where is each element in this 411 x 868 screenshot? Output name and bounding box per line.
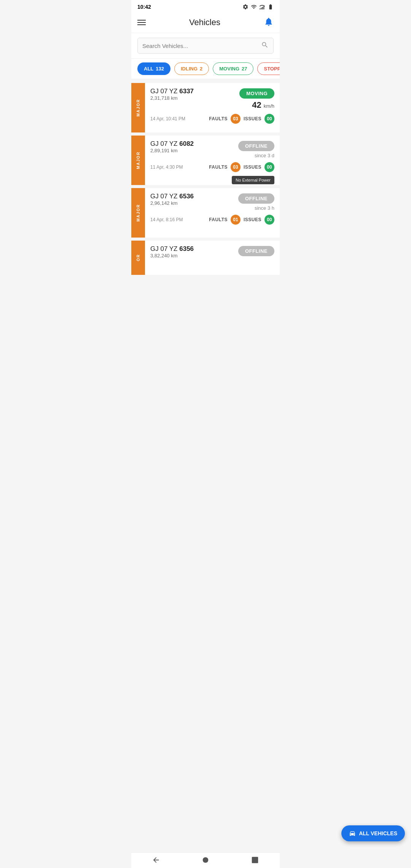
card-bottom-2: 11 Apr, 4:30 PM FAULTS 03 ISSUES 00 bbox=[150, 162, 274, 172]
status-badge-4: OFFLINE bbox=[238, 246, 274, 256]
card-content-1: GJ 07 YZ 6337 2,31,718 km MOVING 42 km/h… bbox=[145, 83, 280, 132]
filter-tab-all[interactable]: ALL 132 bbox=[137, 62, 170, 75]
status-bar: 10:42 bbox=[131, 0, 280, 12]
timestamp-3: 14 Apr, 8:16 PM bbox=[150, 217, 183, 222]
vehicle-id-3: GJ 07 YZ 6536 bbox=[150, 193, 194, 200]
vehicle-card-4[interactable]: OR GJ 07 YZ 6356 3,82,240 km OFFLINE bbox=[131, 241, 280, 275]
fault-badge-2: 03 bbox=[231, 162, 241, 172]
status-badge-2: OFFLINE bbox=[238, 141, 274, 151]
timestamp-1: 14 Apr, 10:41 PM bbox=[150, 116, 185, 121]
issue-badge-2: 00 bbox=[264, 162, 274, 172]
svg-rect-3 bbox=[263, 6, 264, 10]
issue-badge-3: 00 bbox=[264, 215, 274, 225]
status-time: 10:42 bbox=[137, 4, 151, 10]
status-icons bbox=[242, 4, 274, 10]
vehicle-km-2: 2,89,191 km bbox=[150, 148, 194, 153]
vehicle-info-4: GJ 07 YZ 6356 3,82,240 km bbox=[150, 245, 194, 262]
card-top-3: GJ 07 YZ 6536 2,96,142 km OFFLINE since … bbox=[150, 193, 274, 211]
card-content-3: GJ 07 YZ 6536 2,96,142 km OFFLINE since … bbox=[145, 188, 280, 238]
severity-label-4: OR bbox=[131, 241, 145, 275]
vehicle-km-3: 2,96,142 km bbox=[150, 200, 194, 206]
card-top-4: GJ 07 YZ 6356 3,82,240 km OFFLINE bbox=[150, 245, 274, 262]
since-info-3: since 3 h bbox=[255, 205, 274, 211]
svg-rect-0 bbox=[260, 8, 260, 10]
filter-tab-idling[interactable]: IDLING 2 bbox=[174, 62, 209, 75]
header-icons bbox=[264, 17, 274, 28]
svg-rect-1 bbox=[261, 8, 262, 10]
issue-badge-1: 00 bbox=[264, 114, 274, 124]
since-info-2: since 3 d bbox=[255, 153, 274, 158]
vehicle-id-2: GJ 07 YZ 6082 bbox=[150, 140, 194, 148]
settings-icon bbox=[242, 4, 249, 10]
notification-bell-button[interactable] bbox=[264, 17, 274, 28]
header: Vehicles bbox=[131, 12, 280, 33]
severity-label-3: MAJOR bbox=[131, 188, 145, 238]
filter-tabs: ALL 132 IDLING 2 MOVING 27 STOPPED 4 bbox=[131, 59, 280, 79]
search-icon bbox=[261, 41, 269, 50]
filter-tab-stopped[interactable]: STOPPED 4 bbox=[257, 62, 280, 75]
card-content-4: GJ 07 YZ 6356 3,82,240 km OFFLINE bbox=[145, 241, 280, 275]
card-right-2: OFFLINE since 3 d bbox=[238, 140, 274, 158]
vehicle-id-1: GJ 07 YZ 6337 bbox=[150, 88, 194, 95]
vehicle-info-2: GJ 07 YZ 6082 2,89,191 km bbox=[150, 140, 194, 156]
page-title: Vehicles bbox=[189, 18, 220, 27]
vehicle-card-1[interactable]: MAJOR GJ 07 YZ 6337 2,31,718 km MOVING 4… bbox=[131, 83, 280, 132]
status-badge-1: MOVING bbox=[239, 88, 274, 99]
battery-icon bbox=[268, 4, 274, 10]
svg-rect-2 bbox=[262, 7, 263, 10]
fault-issue-2: FAULTS 03 ISSUES 00 bbox=[209, 162, 274, 172]
search-container bbox=[131, 33, 280, 59]
vehicle-info-3: GJ 07 YZ 6536 2,96,142 km bbox=[150, 193, 194, 209]
filter-tab-moving[interactable]: MOVING 27 bbox=[213, 62, 253, 75]
card-right-1: MOVING 42 km/h bbox=[239, 88, 274, 110]
fault-badge-3: 01 bbox=[231, 215, 241, 225]
tooltip-3: No External Power bbox=[232, 176, 274, 184]
signal-icon bbox=[259, 4, 265, 10]
vehicle-km-4: 3,82,240 km bbox=[150, 253, 194, 258]
search-box[interactable] bbox=[137, 38, 274, 54]
timestamp-2: 11 Apr, 4:30 PM bbox=[150, 164, 183, 170]
fault-issue-3: FAULTS 01 ISSUES 00 bbox=[209, 215, 274, 225]
wifi-icon bbox=[251, 4, 257, 10]
vehicle-km-1: 2,31,718 km bbox=[150, 95, 194, 101]
vehicle-card-3[interactable]: No External Power MAJOR GJ 07 YZ 6536 2,… bbox=[131, 188, 280, 238]
card-right-4: OFFLINE bbox=[238, 245, 274, 256]
card-top-1: GJ 07 YZ 6337 2,31,718 km MOVING 42 km/h bbox=[150, 88, 274, 110]
severity-label-2: MAJOR bbox=[131, 136, 145, 185]
status-badge-3: OFFLINE bbox=[238, 193, 274, 204]
search-input[interactable] bbox=[142, 43, 261, 49]
card-bottom-3: 14 Apr, 8:16 PM FAULTS 01 ISSUES 00 bbox=[150, 215, 274, 225]
vehicle-list: MAJOR GJ 07 YZ 6337 2,31,718 km MOVING 4… bbox=[131, 79, 280, 279]
vehicle-info-1: GJ 07 YZ 6337 2,31,718 km bbox=[150, 88, 194, 104]
fault-badge-1: 03 bbox=[231, 114, 241, 124]
card-bottom-1: 14 Apr, 10:41 PM FAULTS 03 ISSUES 00 bbox=[150, 114, 274, 124]
vehicle-id-4: GJ 07 YZ 6356 bbox=[150, 245, 194, 253]
card-right-3: OFFLINE since 3 h bbox=[238, 193, 274, 211]
speed-info-1: 42 km/h bbox=[252, 100, 274, 110]
fault-issue-1: FAULTS 03 ISSUES 00 bbox=[209, 114, 274, 124]
severity-label-1: MAJOR bbox=[131, 83, 145, 132]
menu-button[interactable] bbox=[137, 20, 146, 25]
card-top-2: GJ 07 YZ 6082 2,89,191 km OFFLINE since … bbox=[150, 140, 274, 158]
